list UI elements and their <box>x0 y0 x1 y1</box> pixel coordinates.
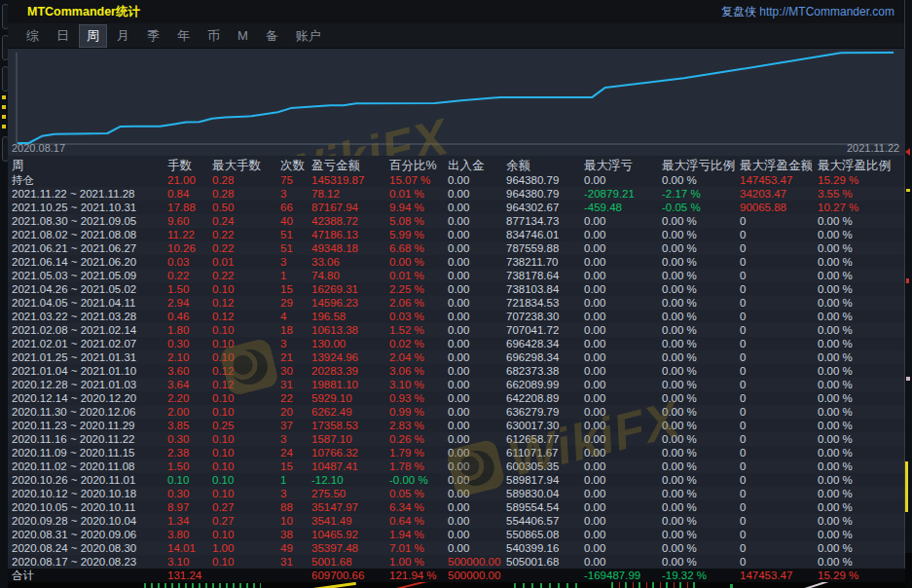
menu-item-周[interactable]: 周 <box>80 25 106 47</box>
cell-lots: 2.20 <box>167 391 189 405</box>
table-row[interactable]: 2020.08.17 ~ 2020.08.233.100.10315001.68… <box>8 555 905 569</box>
cell-week: 2021.10.25 ~ 2021.10.31 <box>12 201 136 214</box>
cell-pl-amount: 6262.49 <box>311 405 352 419</box>
cell-max-lots: 0.10 <box>212 446 234 459</box>
cell-count: 21 <box>280 350 293 364</box>
table-row[interactable]: 2020.11.09 ~ 2020.11.152.380.102410766.3… <box>8 446 905 459</box>
cell-max-float-loss: 0.00 <box>584 391 605 405</box>
cell-pl-amount: 74.80 <box>311 269 340 282</box>
cell-week: 2021.04.26 ~ 2021.05.02 <box>12 282 136 296</box>
table-row[interactable]: 2020.12.14 ~ 2020.12.202.200.10225929.10… <box>8 391 905 405</box>
cell-max-float-profit-pct: 0.00 % <box>818 255 853 269</box>
cell-percent: 121.94 % <box>389 569 437 582</box>
table-row[interactable]: 2021.06.21 ~ 2021.06.2710.260.225149348.… <box>8 241 905 255</box>
cell-lots: 0.03 <box>167 255 189 269</box>
table-row[interactable]: 2021.03.22 ~ 2021.03.280.460.124196.580.… <box>8 310 905 323</box>
header-deposit: 出入金 <box>448 159 485 173</box>
table-row[interactable]: 2020.11.23 ~ 2020.11.293.850.253717358.5… <box>8 419 905 432</box>
table-row[interactable]: 2021.05.03 ~ 2021.05.090.220.22174.800.0… <box>8 269 905 282</box>
cell-max-float-loss-pct: 0.00 % <box>662 528 697 541</box>
cell-balance: 600305.35 <box>506 459 559 473</box>
chart-end-date: 2021.11.22 <box>847 142 899 154</box>
menu-item-备[interactable]: 备 <box>259 25 285 47</box>
cell-max-float-profit: 0 <box>740 378 746 391</box>
table-row[interactable]: 2021.08.30 ~ 2021.09.059.600.244042388.7… <box>8 214 905 228</box>
header-percent: 百分比% <box>389 159 437 173</box>
table-row[interactable]: 持仓21.000.2875145319.8715.07 %0.00964380.… <box>8 173 905 187</box>
cell-balance: 964380.79 <box>506 187 559 201</box>
cell-percent: 1.79 % <box>389 446 424 459</box>
cell-lots: 21.00 <box>167 173 196 187</box>
header-max-lots: 最大手数 <box>212 159 261 173</box>
cell-percent: 1.94 % <box>389 528 424 541</box>
brand-link[interactable]: 复盘侠 http://MTCommander.com <box>721 4 894 20</box>
menu-item-币[interactable]: 币 <box>201 25 227 47</box>
menu-item-季[interactable]: 季 <box>140 25 166 47</box>
cell-max-lots: 0.12 <box>212 310 234 323</box>
cell-max-float-loss-pct: 0.00 % <box>662 555 697 569</box>
cell-max-float-profit-pct: 0.00 % <box>818 337 853 350</box>
cell-max-float-loss-pct: 0.00 % <box>662 337 697 350</box>
table-row[interactable]: 2020.10.26 ~ 2020.11.010.100.101-12.10-0… <box>8 473 905 487</box>
cell-max-lots: 0.27 <box>212 500 234 514</box>
table-row[interactable]: 2020.11.16 ~ 2020.11.220.300.1031587.100… <box>8 432 905 446</box>
table-row[interactable]: 2020.09.28 ~ 2020.10.041.340.27103541.49… <box>8 514 905 528</box>
header-pl-amount: 盈亏金额 <box>311 159 360 173</box>
cell-week: 持仓 <box>12 173 34 187</box>
table-row[interactable]: 2021.02.01 ~ 2021.02.070.300.103130.000.… <box>8 337 905 350</box>
cell-lots: 0.10 <box>167 473 189 487</box>
table-row-total[interactable]: 合计131.24609700.66121.94 %500000.00-16948… <box>8 569 905 582</box>
table-row[interactable]: 2021.02.08 ~ 2021.02.141.800.101810613.3… <box>8 323 905 337</box>
table-row[interactable]: 2020.08.31 ~ 2020.09.063.800.103810465.9… <box>8 528 905 541</box>
background-window-left-edge <box>0 0 8 588</box>
table-row[interactable]: 2020.08.24 ~ 2020.08.3014.011.004935397.… <box>8 541 905 555</box>
cell-deposit: 0.00 <box>448 487 469 500</box>
table-row[interactable]: 2021.04.26 ~ 2021.05.021.500.101516269.3… <box>8 282 905 296</box>
cell-max-float-profit-pct: 0.00 % <box>818 419 853 432</box>
table-row[interactable]: 2021.01.25 ~ 2021.01.312.100.102113924.9… <box>8 350 905 364</box>
table-row[interactable]: 2021.06.14 ~ 2021.06.200.030.01333.060.0… <box>8 255 905 269</box>
cell-max-float-profit-pct: 10.27 % <box>818 201 858 214</box>
table-row[interactable]: 2021.10.25 ~ 2021.10.3117.880.506687167.… <box>8 201 905 214</box>
cell-max-lots: 0.12 <box>212 364 234 378</box>
cell-week: 2021.02.01 ~ 2021.02.07 <box>12 337 136 350</box>
menu-item-M[interactable]: M <box>231 26 255 45</box>
cell-week: 2020.09.28 ~ 2020.10.04 <box>12 514 136 528</box>
table-row[interactable]: 2020.10.12 ~ 2020.10.180.300.103275.500.… <box>8 487 905 500</box>
cell-max-float-profit: 147453.47 <box>740 569 792 582</box>
cell-max-float-loss-pct: 0.00 % <box>662 391 697 405</box>
cell-max-float-profit-pct: 0.00 % <box>818 282 853 296</box>
cell-max-float-profit-pct: 0.00 % <box>818 241 853 255</box>
cell-max-float-profit-pct: 0.00 % <box>818 269 853 282</box>
cell-deposit: 0.00 <box>448 187 469 201</box>
menu-item-日[interactable]: 日 <box>50 25 76 47</box>
cell-lots: 0.30 <box>167 337 189 350</box>
table-row[interactable]: 2020.11.30 ~ 2020.12.062.000.10206262.49… <box>8 405 905 419</box>
table-row[interactable]: 2021.01.04 ~ 2021.01.103.600.123020283.3… <box>8 364 905 378</box>
cell-max-float-profit-pct: 0.00 % <box>818 514 853 528</box>
cell-max-float-profit-pct: 0.00 % <box>818 446 853 459</box>
table-row[interactable]: 2021.11.22 ~ 2021.11.280.840.28378.120.0… <box>8 187 905 201</box>
cell-percent: 0.26 % <box>389 432 424 446</box>
cell-pl-amount: 145319.87 <box>311 173 364 187</box>
cell-max-float-loss-pct: 0.00 % <box>662 214 697 228</box>
cell-deposit: 0.00 <box>448 323 469 337</box>
menu-item-账户[interactable]: 账户 <box>289 25 328 47</box>
cell-max-float-loss: 0.00 <box>584 282 605 296</box>
cell-percent: 7.01 % <box>389 541 424 555</box>
menu-item-月[interactable]: 月 <box>110 25 136 47</box>
table-row[interactable]: 2020.12.28 ~ 2021.01.033.640.123119881.1… <box>8 378 905 391</box>
cell-balance: 707041.72 <box>506 323 559 337</box>
menu-item-年[interactable]: 年 <box>170 25 197 47</box>
table-row[interactable]: 2021.04.05 ~ 2021.04.112.940.122914596.2… <box>8 296 905 310</box>
table-row[interactable]: 2020.11.02 ~ 2020.11.081.500.101510487.4… <box>8 459 905 473</box>
cell-pl-amount: 35147.97 <box>311 500 358 514</box>
cell-max-float-profit: 0 <box>740 487 746 500</box>
cell-max-float-profit-pct: 15.29 % <box>818 173 858 187</box>
cell-max-float-profit: 0 <box>740 432 746 446</box>
cell-balance: 738211.70 <box>506 255 559 269</box>
menu-item-综[interactable]: 综 <box>19 25 46 47</box>
table-row[interactable]: 2020.10.05 ~ 2020.10.118.970.278835147.9… <box>8 500 905 514</box>
cell-max-float-profit-pct: 0.00 % <box>818 296 853 310</box>
table-row[interactable]: 2021.08.02 ~ 2021.08.0811.220.225147186.… <box>8 228 905 241</box>
